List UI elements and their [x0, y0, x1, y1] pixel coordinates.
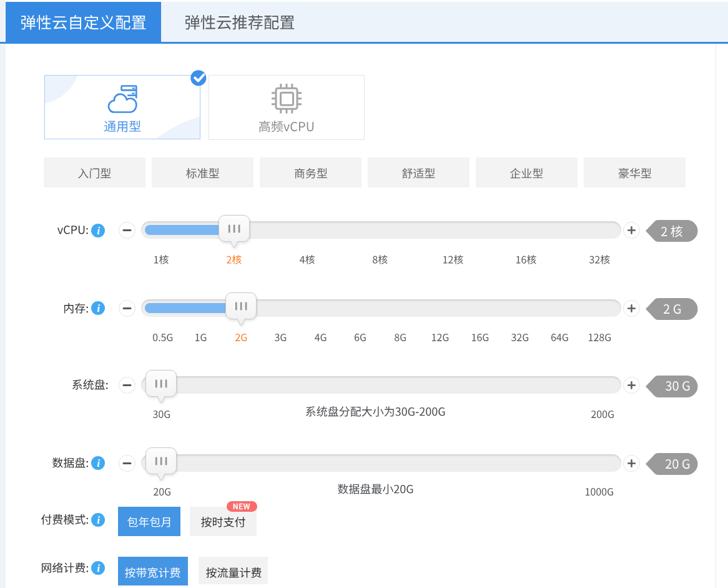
- svg-text:i: i: [97, 302, 100, 314]
- svg-text:i: i: [97, 562, 100, 574]
- svg-text:i: i: [97, 514, 100, 526]
- svg-text:i: i: [97, 225, 100, 237]
- svg-text:i: i: [97, 457, 100, 469]
